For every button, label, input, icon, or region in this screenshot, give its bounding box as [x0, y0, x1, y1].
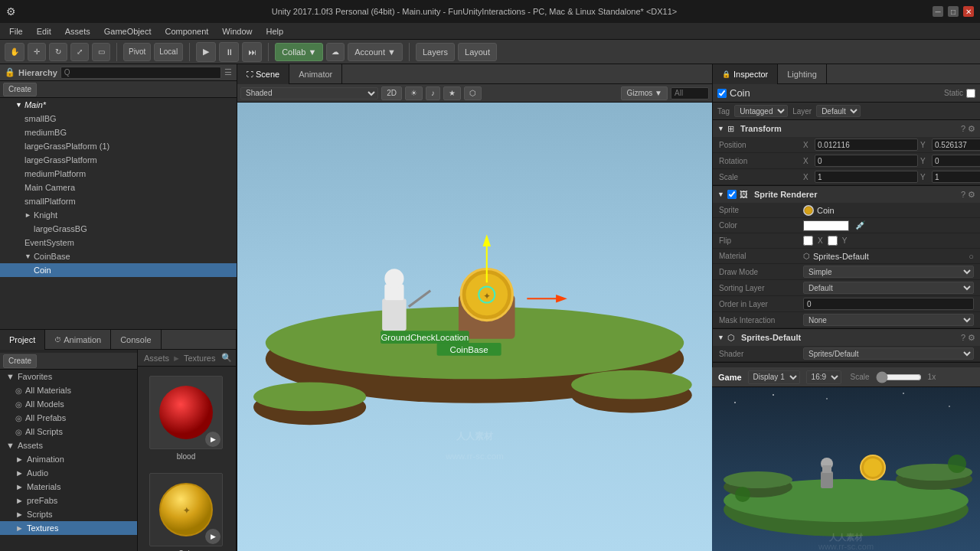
2d-button[interactable]: 2D	[381, 86, 402, 100]
asset-play-btn[interactable]: ▶	[205, 432, 220, 447]
pause-button[interactable]: ⏸	[219, 42, 239, 62]
project-create-button[interactable]: Create	[3, 354, 37, 368]
sidebar-all-materials[interactable]: ◎ All Materials	[0, 383, 137, 397]
shader-select[interactable]: Sprites/Default	[803, 347, 974, 360]
hierarchy-item-largegrassbg[interactable]: largeGrassBG	[0, 222, 237, 236]
minimize-button[interactable]: ─	[933, 6, 943, 17]
color-swatch[interactable]	[803, 220, 849, 231]
tab-console[interactable]: Console	[111, 330, 161, 350]
menu-assets[interactable]: Assets	[59, 25, 96, 37]
sprite-renderer-checkbox[interactable]	[727, 190, 737, 199]
order-layer-input[interactable]	[803, 298, 974, 310]
sidebar-prefabs[interactable]: ► preFabs	[0, 494, 137, 507]
position-y-input[interactable]	[932, 139, 980, 151]
transform-header[interactable]: ▼ ⊞ Transform ? ⚙	[713, 120, 980, 137]
draw-mode-select[interactable]: Simple	[803, 266, 974, 278]
scale-slider[interactable]	[876, 373, 922, 382]
menu-file[interactable]: File	[3, 25, 29, 37]
sprites-default-header[interactable]: ▼ ⬡ Sprites-Default ? ⚙	[713, 329, 980, 346]
sd-gear-icon[interactable]: ⚙	[968, 333, 975, 343]
sr-gear-icon[interactable]: ⚙	[968, 190, 975, 200]
move-tool[interactable]: ✛	[28, 43, 46, 61]
game-view[interactable]: 人人素材 www.rr-sc.com	[712, 387, 980, 551]
tab-lighting[interactable]: Lighting	[778, 64, 827, 84]
hierarchy-item-knight[interactable]: Knight	[0, 208, 237, 222]
tab-animation[interactable]: ⏱ Animation	[45, 330, 111, 350]
rotation-y-input[interactable]	[932, 155, 980, 167]
sidebar-audio[interactable]: ► Audio	[0, 466, 137, 480]
maximize-button[interactable]: □	[948, 6, 959, 17]
sidebar-scripts[interactable]: ► Scripts	[0, 507, 137, 521]
search-icon[interactable]: 🔍	[221, 353, 232, 363]
sidebar-all-prefabs[interactable]: ◎ All Prefabs	[0, 411, 137, 425]
play-button[interactable]: ▶	[196, 42, 216, 62]
fx-button[interactable]: ★	[443, 86, 461, 100]
display-select[interactable]: Display 1	[748, 370, 800, 384]
tab-inspector[interactable]: 🔒 Inspector	[713, 64, 778, 84]
menu-window[interactable]: Window	[216, 25, 258, 37]
hierarchy-search-input[interactable]	[60, 67, 221, 79]
layer-select[interactable]: Default	[816, 105, 861, 117]
rect-tool[interactable]: ▭	[92, 43, 110, 61]
hierarchy-item-smallplatform[interactable]: smallPlatform	[0, 194, 237, 208]
menu-gameobject[interactable]: GameObject	[98, 25, 158, 37]
sidebar-favorites[interactable]: ▼ Favorites	[0, 370, 137, 383]
breadcrumb-assets[interactable]: Assets	[144, 354, 169, 363]
flip-x-checkbox[interactable]	[803, 236, 813, 246]
sorting-layer-select[interactable]: Default	[803, 282, 974, 294]
transform-info-icon[interactable]: ?	[961, 124, 965, 134]
asset-play-btn[interactable]: ▶	[205, 529, 220, 544]
layer-filter-input[interactable]	[671, 87, 709, 99]
hierarchy-item-mediumBG[interactable]: mediumBG	[0, 126, 237, 139]
close-button[interactable]: ✕	[963, 6, 974, 17]
sidebar-all-models[interactable]: ◎ All Models	[0, 397, 137, 411]
eye-dropper-icon[interactable]: 💉	[855, 220, 866, 230]
sd-info-icon[interactable]: ?	[961, 333, 965, 343]
menu-component[interactable]: Component	[158, 25, 214, 37]
sidebar-materials[interactable]: ► Materials	[0, 480, 137, 494]
tag-select[interactable]: Untagged	[734, 105, 788, 117]
tab-scene[interactable]: ⛶ Scene	[237, 64, 289, 84]
sr-info-icon[interactable]: ?	[961, 190, 965, 200]
hierarchy-scene-item[interactable]: Main*	[0, 98, 237, 112]
material-circle-icon[interactable]: ○	[969, 252, 974, 261]
cloud-button[interactable]: ☁	[326, 43, 345, 61]
gizmos-button[interactable]: Gizmos ▼	[621, 86, 668, 100]
static-checkbox[interactable]	[966, 89, 975, 98]
scene-view[interactable]: ✦ CoinBase GroundCheckLocation 人人素材 www.…	[237, 103, 712, 551]
rotation-x-input[interactable]	[815, 155, 918, 167]
scale-y-input[interactable]	[932, 171, 980, 183]
menu-edit[interactable]: Edit	[31, 25, 57, 37]
hierarchy-item-mediumplatform[interactable]: mediumPlatform	[0, 167, 237, 181]
light-button[interactable]: ☀	[405, 86, 423, 100]
skybox-button[interactable]: ⬡	[464, 86, 482, 100]
shading-select[interactable]: Shaded	[240, 87, 378, 99]
sidebar-textures[interactable]: ► Textures	[0, 521, 137, 535]
step-button[interactable]: ⏭	[242, 42, 262, 62]
hierarchy-item-largegrass[interactable]: largeGrassPlatform	[0, 153, 237, 167]
sprite-renderer-header[interactable]: ▼ 🖼 Sprite Renderer ? ⚙	[713, 186, 980, 203]
hierarchy-create-button[interactable]: Create	[3, 83, 37, 96]
collab-button[interactable]: Collab ▼	[275, 43, 323, 61]
hierarchy-menu-icon[interactable]: ☰	[224, 67, 232, 77]
breadcrumb-textures[interactable]: Textures	[184, 354, 216, 363]
hierarchy-item-maincamera[interactable]: Main Camera	[0, 181, 237, 194]
aspect-select[interactable]: 16:9	[806, 370, 841, 384]
mask-select[interactable]: None	[803, 314, 974, 326]
hierarchy-item-smallBG[interactable]: smallBG	[0, 112, 237, 126]
hand-tool[interactable]: ✋	[5, 43, 24, 61]
asset-coin[interactable]: ✦ ▶ Coin	[144, 470, 228, 551]
hierarchy-item-coinbase[interactable]: CoinBase	[0, 249, 237, 263]
audio-button[interactable]: ♪	[426, 86, 440, 100]
flip-y-checkbox[interactable]	[828, 236, 838, 246]
hierarchy-item-eventsystem[interactable]: EventSystem	[0, 236, 237, 249]
transform-gear-icon[interactable]: ⚙	[968, 124, 975, 134]
local-button[interactable]: Local	[154, 43, 183, 61]
hierarchy-item-largegrass1[interactable]: largeGrassPlatform (1)	[0, 139, 237, 153]
scale-tool[interactable]: ⤢	[70, 43, 89, 61]
tab-animator[interactable]: Animator	[289, 64, 342, 84]
account-button[interactable]: Account ▼	[348, 43, 403, 61]
sidebar-animation[interactable]: ► Animation	[0, 452, 137, 466]
pivot-button[interactable]: Pivot	[123, 43, 151, 61]
object-active-checkbox[interactable]	[717, 89, 727, 98]
